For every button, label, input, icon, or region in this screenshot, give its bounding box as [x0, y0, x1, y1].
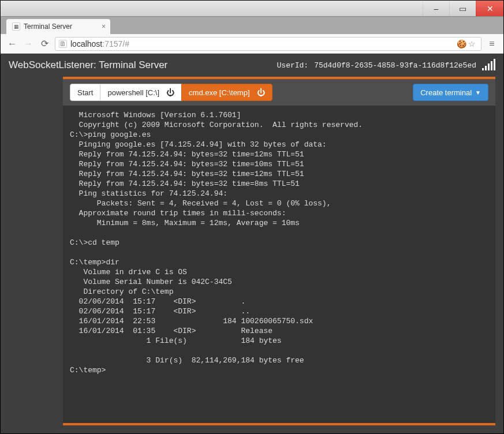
create-terminal-button[interactable]: Create terminal ▼: [413, 84, 488, 101]
app-title: WebSocketListener: Terminal Server: [9, 59, 167, 71]
tab-close-icon[interactable]: ×: [102, 23, 106, 31]
create-terminal-label: Create terminal: [420, 88, 472, 97]
terminal-output[interactable]: Microsoft Windows [Version 6.1.7601] Cop…: [63, 106, 495, 423]
browser-nav-bar: ← → ⟳ 🗎 localhost:7157/# 🍪 ☆ ≡: [1, 34, 503, 54]
page-icon: 🗎: [59, 40, 67, 48]
back-button[interactable]: ←: [6, 38, 18, 50]
menu-icon[interactable]: ≡: [486, 38, 498, 50]
power-icon[interactable]: ⏻: [257, 88, 265, 97]
url-port: :7157: [102, 39, 122, 48]
address-bar[interactable]: 🗎 localhost:7157/# 🍪 ☆: [55, 37, 481, 51]
bottom-accent: [63, 423, 495, 425]
browser-tab[interactable]: ▦ Terminal Server ×: [6, 19, 110, 34]
url-host: localhost: [70, 39, 102, 48]
caret-down-icon: ▼: [475, 89, 481, 96]
tab-powershell-label: powershell [C:\]: [107, 88, 159, 97]
tab-title: Terminal Server: [24, 23, 72, 31]
userid-value: 75d4d0f8-2635-4858-93fa-116d8f12e5ed: [314, 61, 476, 70]
tab-cmd[interactable]: cmd.exe [C:\temp] ⏻: [181, 84, 272, 101]
forward-button[interactable]: →: [23, 38, 34, 50]
tab-start[interactable]: Start: [70, 84, 100, 101]
close-button[interactable]: ✕: [476, 1, 503, 16]
userid-display: UserId: 75d4d0f8-2635-4858-93fa-116d8f12…: [277, 60, 495, 70]
browser-window: – ▭ ✕ ▦ Terminal Server × ← → ⟳ 🗎 localh…: [0, 0, 504, 434]
favicon-icon: ▦: [12, 23, 20, 31]
window-titlebar: – ▭ ✕: [1, 1, 503, 17]
page-content: WebSocketListener: Terminal Server UserI…: [1, 54, 503, 433]
app-header: WebSocketListener: Terminal Server UserI…: [1, 54, 503, 77]
terminal-wrap: Microsoft Windows [Version 6.1.7601] Cop…: [63, 106, 495, 423]
maximize-button[interactable]: ▭: [449, 1, 476, 16]
terminal-tab-bar: Start powershell [C:\] ⏻ cmd.exe [C:\tem…: [63, 79, 495, 106]
signal-icon: [482, 60, 495, 70]
tab-cmd-label: cmd.exe [C:\temp]: [189, 88, 249, 97]
bookmark-icon[interactable]: ☆: [468, 39, 477, 48]
reload-button[interactable]: ⟳: [39, 38, 50, 50]
power-icon[interactable]: ⏻: [166, 88, 174, 97]
url-path: /#: [122, 39, 129, 48]
cookie-icon[interactable]: 🍪: [457, 39, 466, 48]
tab-powershell[interactable]: powershell [C:\] ⏻: [100, 84, 182, 101]
minimize-button[interactable]: –: [423, 1, 449, 16]
terminal-panel: Start powershell [C:\] ⏻ cmd.exe [C:\tem…: [63, 77, 495, 425]
browser-tab-strip: ▦ Terminal Server ×: [1, 17, 503, 34]
tab-start-label: Start: [77, 88, 93, 97]
userid-label: UserId:: [277, 61, 309, 70]
